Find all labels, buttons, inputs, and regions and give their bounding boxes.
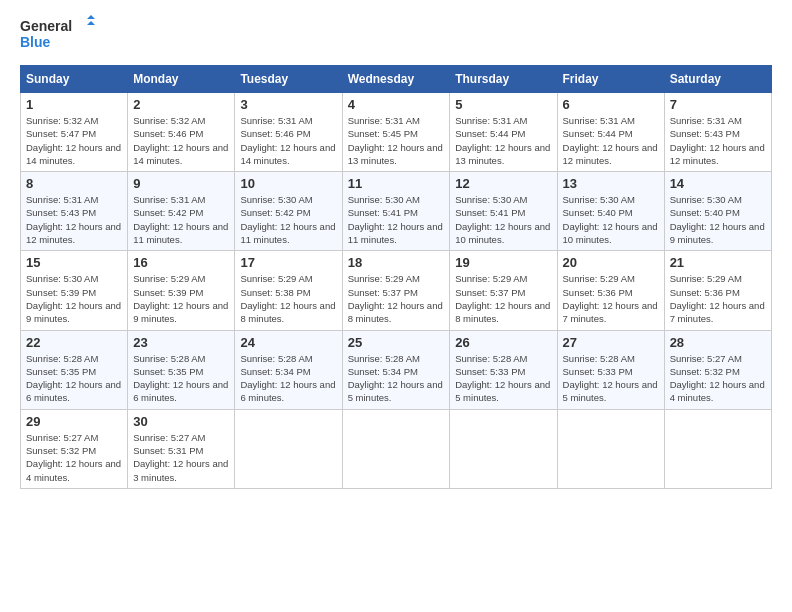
day-info: Sunrise: 5:28 AMSunset: 5:35 PMDaylight:… bbox=[133, 352, 229, 405]
day-number: 20 bbox=[563, 255, 659, 270]
calendar-table: SundayMondayTuesdayWednesdayThursdayFrid… bbox=[20, 65, 772, 489]
day-info: Sunrise: 5:27 AMSunset: 5:32 PMDaylight:… bbox=[26, 431, 122, 484]
day-number: 28 bbox=[670, 335, 766, 350]
day-info: Sunrise: 5:32 AMSunset: 5:46 PMDaylight:… bbox=[133, 114, 229, 167]
calendar-day-cell: 20Sunrise: 5:29 AMSunset: 5:36 PMDayligh… bbox=[557, 251, 664, 330]
empty-cell bbox=[235, 409, 342, 488]
calendar-day-cell: 9Sunrise: 5:31 AMSunset: 5:42 PMDaylight… bbox=[128, 172, 235, 251]
day-header-monday: Monday bbox=[128, 66, 235, 93]
calendar-day-cell: 6Sunrise: 5:31 AMSunset: 5:44 PMDaylight… bbox=[557, 93, 664, 172]
day-number: 15 bbox=[26, 255, 122, 270]
empty-cell bbox=[450, 409, 557, 488]
day-header-thursday: Thursday bbox=[450, 66, 557, 93]
day-number: 3 bbox=[240, 97, 336, 112]
day-number: 2 bbox=[133, 97, 229, 112]
day-number: 1 bbox=[26, 97, 122, 112]
day-info: Sunrise: 5:31 AMSunset: 5:44 PMDaylight:… bbox=[563, 114, 659, 167]
calendar-day-cell: 11Sunrise: 5:30 AMSunset: 5:41 PMDayligh… bbox=[342, 172, 450, 251]
day-number: 10 bbox=[240, 176, 336, 191]
page-header: General Blue bbox=[20, 15, 772, 55]
calendar-day-cell: 7Sunrise: 5:31 AMSunset: 5:43 PMDaylight… bbox=[664, 93, 771, 172]
calendar-day-cell: 28Sunrise: 5:27 AMSunset: 5:32 PMDayligh… bbox=[664, 330, 771, 409]
day-number: 21 bbox=[670, 255, 766, 270]
calendar-day-cell: 27Sunrise: 5:28 AMSunset: 5:33 PMDayligh… bbox=[557, 330, 664, 409]
day-number: 4 bbox=[348, 97, 445, 112]
day-number: 11 bbox=[348, 176, 445, 191]
day-info: Sunrise: 5:28 AMSunset: 5:35 PMDaylight:… bbox=[26, 352, 122, 405]
day-number: 8 bbox=[26, 176, 122, 191]
day-info: Sunrise: 5:28 AMSunset: 5:34 PMDaylight:… bbox=[240, 352, 336, 405]
day-number: 23 bbox=[133, 335, 229, 350]
day-info: Sunrise: 5:31 AMSunset: 5:43 PMDaylight:… bbox=[670, 114, 766, 167]
day-number: 27 bbox=[563, 335, 659, 350]
day-number: 12 bbox=[455, 176, 551, 191]
day-info: Sunrise: 5:30 AMSunset: 5:41 PMDaylight:… bbox=[455, 193, 551, 246]
day-header-wednesday: Wednesday bbox=[342, 66, 450, 93]
calendar-day-cell: 15Sunrise: 5:30 AMSunset: 5:39 PMDayligh… bbox=[21, 251, 128, 330]
day-header-saturday: Saturday bbox=[664, 66, 771, 93]
calendar-day-cell: 22Sunrise: 5:28 AMSunset: 5:35 PMDayligh… bbox=[21, 330, 128, 409]
day-info: Sunrise: 5:31 AMSunset: 5:44 PMDaylight:… bbox=[455, 114, 551, 167]
day-number: 22 bbox=[26, 335, 122, 350]
calendar-header-row: SundayMondayTuesdayWednesdayThursdayFrid… bbox=[21, 66, 772, 93]
logo-icon: General Blue bbox=[20, 15, 100, 55]
day-info: Sunrise: 5:28 AMSunset: 5:33 PMDaylight:… bbox=[455, 352, 551, 405]
calendar-day-cell: 18Sunrise: 5:29 AMSunset: 5:37 PMDayligh… bbox=[342, 251, 450, 330]
svg-marker-2 bbox=[87, 15, 95, 19]
calendar-week-row: 29Sunrise: 5:27 AMSunset: 5:32 PMDayligh… bbox=[21, 409, 772, 488]
calendar-week-row: 15Sunrise: 5:30 AMSunset: 5:39 PMDayligh… bbox=[21, 251, 772, 330]
svg-marker-3 bbox=[87, 21, 95, 25]
empty-cell bbox=[342, 409, 450, 488]
day-number: 16 bbox=[133, 255, 229, 270]
day-info: Sunrise: 5:28 AMSunset: 5:33 PMDaylight:… bbox=[563, 352, 659, 405]
calendar-day-cell: 14Sunrise: 5:30 AMSunset: 5:40 PMDayligh… bbox=[664, 172, 771, 251]
calendar-day-cell: 30Sunrise: 5:27 AMSunset: 5:31 PMDayligh… bbox=[128, 409, 235, 488]
day-number: 19 bbox=[455, 255, 551, 270]
day-number: 29 bbox=[26, 414, 122, 429]
day-info: Sunrise: 5:28 AMSunset: 5:34 PMDaylight:… bbox=[348, 352, 445, 405]
day-number: 17 bbox=[240, 255, 336, 270]
calendar-day-cell: 16Sunrise: 5:29 AMSunset: 5:39 PMDayligh… bbox=[128, 251, 235, 330]
day-info: Sunrise: 5:29 AMSunset: 5:37 PMDaylight:… bbox=[348, 272, 445, 325]
calendar-day-cell: 21Sunrise: 5:29 AMSunset: 5:36 PMDayligh… bbox=[664, 251, 771, 330]
day-info: Sunrise: 5:29 AMSunset: 5:39 PMDaylight:… bbox=[133, 272, 229, 325]
day-header-friday: Friday bbox=[557, 66, 664, 93]
day-number: 26 bbox=[455, 335, 551, 350]
calendar-day-cell: 2Sunrise: 5:32 AMSunset: 5:46 PMDaylight… bbox=[128, 93, 235, 172]
svg-text:Blue: Blue bbox=[20, 34, 51, 50]
day-info: Sunrise: 5:27 AMSunset: 5:32 PMDaylight:… bbox=[670, 352, 766, 405]
day-number: 13 bbox=[563, 176, 659, 191]
day-info: Sunrise: 5:31 AMSunset: 5:45 PMDaylight:… bbox=[348, 114, 445, 167]
calendar-day-cell: 8Sunrise: 5:31 AMSunset: 5:43 PMDaylight… bbox=[21, 172, 128, 251]
day-info: Sunrise: 5:29 AMSunset: 5:36 PMDaylight:… bbox=[670, 272, 766, 325]
day-number: 6 bbox=[563, 97, 659, 112]
calendar-day-cell: 24Sunrise: 5:28 AMSunset: 5:34 PMDayligh… bbox=[235, 330, 342, 409]
day-info: Sunrise: 5:30 AMSunset: 5:40 PMDaylight:… bbox=[670, 193, 766, 246]
calendar-day-cell: 1Sunrise: 5:32 AMSunset: 5:47 PMDaylight… bbox=[21, 93, 128, 172]
day-number: 7 bbox=[670, 97, 766, 112]
day-number: 5 bbox=[455, 97, 551, 112]
day-info: Sunrise: 5:29 AMSunset: 5:38 PMDaylight:… bbox=[240, 272, 336, 325]
day-info: Sunrise: 5:32 AMSunset: 5:47 PMDaylight:… bbox=[26, 114, 122, 167]
calendar-day-cell: 17Sunrise: 5:29 AMSunset: 5:38 PMDayligh… bbox=[235, 251, 342, 330]
day-info: Sunrise: 5:30 AMSunset: 5:40 PMDaylight:… bbox=[563, 193, 659, 246]
calendar-day-cell: 29Sunrise: 5:27 AMSunset: 5:32 PMDayligh… bbox=[21, 409, 128, 488]
calendar-day-cell: 26Sunrise: 5:28 AMSunset: 5:33 PMDayligh… bbox=[450, 330, 557, 409]
calendar-day-cell: 12Sunrise: 5:30 AMSunset: 5:41 PMDayligh… bbox=[450, 172, 557, 251]
empty-cell bbox=[664, 409, 771, 488]
day-number: 18 bbox=[348, 255, 445, 270]
day-info: Sunrise: 5:31 AMSunset: 5:43 PMDaylight:… bbox=[26, 193, 122, 246]
day-info: Sunrise: 5:29 AMSunset: 5:36 PMDaylight:… bbox=[563, 272, 659, 325]
calendar-day-cell: 25Sunrise: 5:28 AMSunset: 5:34 PMDayligh… bbox=[342, 330, 450, 409]
day-number: 30 bbox=[133, 414, 229, 429]
day-number: 9 bbox=[133, 176, 229, 191]
calendar-day-cell: 19Sunrise: 5:29 AMSunset: 5:37 PMDayligh… bbox=[450, 251, 557, 330]
logo: General Blue bbox=[20, 15, 100, 55]
day-info: Sunrise: 5:30 AMSunset: 5:39 PMDaylight:… bbox=[26, 272, 122, 325]
day-info: Sunrise: 5:27 AMSunset: 5:31 PMDaylight:… bbox=[133, 431, 229, 484]
svg-text:General: General bbox=[20, 18, 72, 34]
day-info: Sunrise: 5:31 AMSunset: 5:46 PMDaylight:… bbox=[240, 114, 336, 167]
calendar-week-row: 1Sunrise: 5:32 AMSunset: 5:47 PMDaylight… bbox=[21, 93, 772, 172]
day-header-sunday: Sunday bbox=[21, 66, 128, 93]
day-info: Sunrise: 5:29 AMSunset: 5:37 PMDaylight:… bbox=[455, 272, 551, 325]
